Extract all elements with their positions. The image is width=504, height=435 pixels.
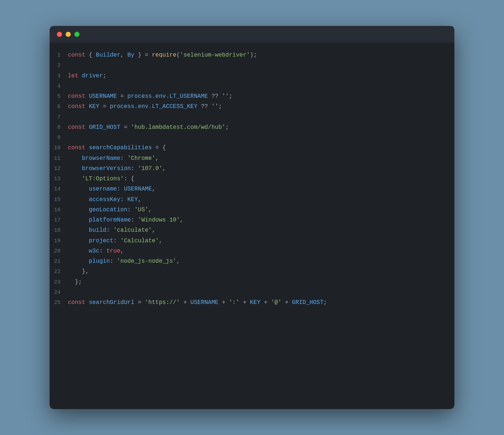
token-kw: const	[68, 299, 85, 306]
token-plain: ,	[180, 217, 183, 223]
line-content: let driver;	[68, 71, 451, 81]
line-content: const { Builder, By } = require('seleniu…	[68, 50, 451, 60]
token-plain: ,	[152, 227, 155, 234]
token-var: By	[127, 52, 134, 58]
token-plain: +	[180, 299, 190, 306]
code-line: 8const GRID_HOST = 'hub.lambdatest.com/w…	[50, 122, 454, 132]
token-str: 'Chrome'	[127, 155, 155, 162]
token-fn: require	[152, 52, 176, 58]
line-content: w3c: true,	[68, 246, 451, 256]
code-line: 18 build: 'calculate',	[50, 225, 454, 235]
line-number: 19	[53, 236, 68, 246]
token-plain: +	[282, 299, 292, 306]
token-plain: {	[85, 52, 96, 58]
token-plain	[68, 155, 82, 162]
line-number: 3	[53, 72, 68, 81]
token-kw: const	[68, 145, 85, 151]
line-content: accessKey: KEY,	[68, 195, 451, 205]
line-content: const searchCapabilities = {	[68, 143, 451, 153]
line-content: const USERNAME = process.env.LT_USERNAME…	[68, 91, 451, 101]
token-plain: :	[120, 196, 127, 203]
token-str: 'LT:Options'	[82, 176, 124, 182]
code-line: 1const { Builder, By } = require('seleni…	[50, 50, 454, 60]
code-line: 3let driver;	[50, 71, 454, 81]
line-content: const KEY = process.env.LT_ACCESS_KEY ??…	[68, 101, 451, 112]
code-line: 9	[50, 132, 454, 143]
token-kw: const	[68, 93, 85, 100]
token-str: '107.0'	[138, 165, 162, 172]
token-plain: +	[218, 299, 229, 306]
line-number: 13	[53, 174, 68, 184]
token-plain: ;	[229, 93, 233, 100]
token-bool: true	[106, 248, 120, 254]
code-editor: 1const { Builder, By } = require('seleni…	[50, 43, 454, 315]
token-obj-key: username	[89, 186, 117, 192]
line-number: 2	[53, 61, 68, 70]
token-kw: const	[68, 52, 85, 58]
token-plain: =	[120, 124, 131, 131]
code-line: 15 accessKey: KEY,	[50, 195, 454, 205]
line-number: 8	[53, 123, 68, 132]
code-line: 20 w3c: true,	[50, 246, 454, 256]
code-line: 25const searchGridUrl = 'https://' + USE…	[50, 297, 454, 308]
token-obj-key: geoLocation	[89, 207, 128, 213]
close-button[interactable]	[57, 32, 62, 37]
token-str: 'selenium-webdriver'	[180, 52, 250, 58]
line-number: 17	[53, 216, 68, 225]
line-content: username: USERNAME,	[68, 184, 451, 194]
line-content: build: 'calculate',	[68, 225, 451, 235]
code-line: 21 plugin: 'node_js-node_js',	[50, 256, 454, 266]
token-plain: ,	[120, 248, 124, 254]
token-plain	[68, 279, 75, 285]
line-content: };	[68, 277, 451, 287]
token-var: process.env.LT_USERNAME	[127, 93, 208, 100]
line-number: 20	[53, 247, 68, 256]
token-plain: ;	[323, 299, 327, 306]
code-line: 17 platformName: 'Windows 10',	[50, 215, 454, 225]
token-plain	[85, 145, 89, 151]
token-plain: ,	[159, 238, 163, 244]
code-line: 2	[50, 60, 454, 70]
token-plain: ;	[218, 103, 222, 110]
line-number: 6	[53, 102, 68, 112]
code-window: 1const { Builder, By } = require('seleni…	[50, 26, 454, 409]
token-str: 'Windows 10'	[138, 217, 180, 223]
code-line: 22 },	[50, 266, 454, 277]
line-number: 5	[53, 92, 68, 101]
token-kw: let	[68, 73, 78, 79]
token-plain: =	[117, 93, 127, 100]
token-kw: const	[68, 103, 85, 110]
token-str: ''	[212, 103, 218, 110]
token-var: GRID_HOST	[292, 299, 323, 306]
line-content: browserName: 'Chrome',	[68, 153, 451, 163]
token-str: 'node_js-node_js'	[117, 258, 176, 265]
token-plain	[68, 258, 89, 265]
token-plain: :	[117, 186, 124, 192]
line-content: platformName: 'Windows 10',	[68, 215, 451, 225]
token-obj-key: browserName	[82, 155, 120, 162]
line-number: 16	[53, 205, 68, 215]
token-plain: ,	[155, 155, 159, 162]
line-content	[68, 60, 451, 70]
line-number: 9	[53, 133, 68, 143]
token-str: 'Calculate'	[120, 238, 159, 244]
token-str: 'US'	[134, 207, 148, 213]
line-content: geoLocation: 'US',	[68, 205, 451, 215]
line-number: 4	[53, 82, 68, 91]
token-plain	[78, 73, 82, 79]
code-line: 16 geoLocation: 'US',	[50, 205, 454, 215]
maximize-button[interactable]	[74, 32, 80, 37]
code-line: 13 'LT:Options': {	[50, 174, 454, 184]
code-line: 12 browserVersion: '107.0',	[50, 163, 454, 174]
line-content: plugin: 'node_js-node_js',	[68, 256, 451, 266]
token-str: ''	[222, 93, 229, 100]
line-content: const searchGridUrl = 'https://' + USERN…	[68, 297, 451, 308]
token-obj-key: platformName	[89, 217, 131, 223]
token-plain: ,	[148, 207, 152, 213]
token-str: 'https://'	[145, 299, 180, 306]
code-line: 14 username: USERNAME,	[50, 184, 454, 194]
code-line: 11 browserName: 'Chrome',	[50, 153, 454, 163]
minimize-button[interactable]	[66, 32, 71, 37]
token-plain: :	[127, 207, 134, 213]
token-plain	[68, 227, 89, 234]
